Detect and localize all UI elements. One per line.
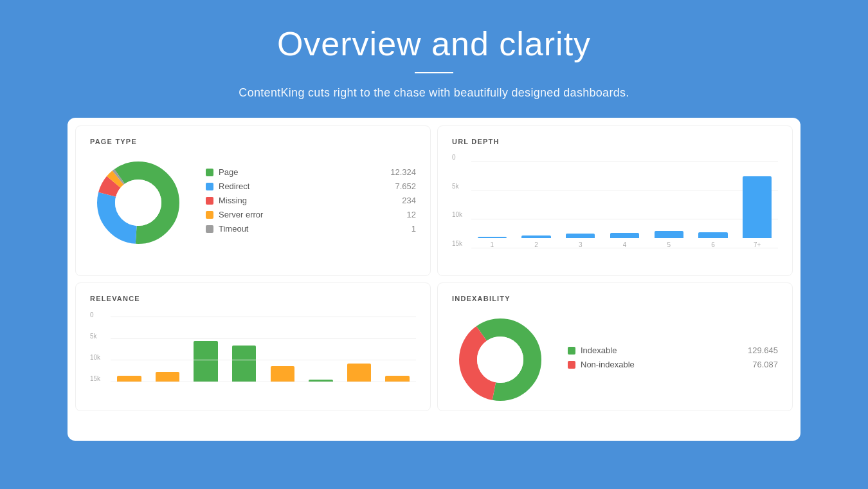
indexability-legend: Indexable 129.645 Non-indexable 76.087	[568, 346, 778, 374]
header-divider	[415, 72, 453, 73]
indexability-card: INDEXABILITY Indexable 129.645	[437, 282, 793, 411]
header-subtitle: ContentKing cuts right to the chase with…	[13, 86, 855, 100]
dashboard-container: PAGE TYPE	[68, 118, 800, 441]
legend-value-indexable: 129.645	[746, 346, 778, 355]
url-depth-bar	[478, 237, 507, 238]
url-depth-bar-col: 7+	[736, 176, 778, 248]
legend-dot-server-error	[206, 211, 213, 219]
legend-item-non-indexable: Non-indexable 76.087	[568, 360, 778, 369]
url-depth-bar-label: 6	[711, 241, 715, 248]
url-depth-bars: 1234567+	[471, 176, 778, 248]
legend-label-redirect: Redirect	[219, 181, 384, 191]
url-depth-chart: 15k 10k 5k 0 1234567+	[452, 154, 778, 264]
legend-label-indexable: Indexable	[581, 346, 746, 355]
legend-label-timeout: Timeout	[219, 224, 384, 234]
relevance-chart: 15k 10k 5k 0	[90, 311, 416, 395]
svg-point-5	[115, 180, 161, 226]
url-depth-bar	[743, 176, 772, 238]
legend-item-indexable: Indexable 129.645	[568, 346, 778, 355]
url-depth-bar-label: 4	[623, 241, 627, 248]
url-depth-bar	[566, 234, 595, 238]
legend-label-missing: Missing	[219, 196, 384, 205]
legend-label-server-error: Server error	[219, 210, 384, 219]
indexability-title: INDEXABILITY	[452, 295, 778, 302]
legend-value-server-error: 12	[384, 210, 416, 219]
legend-item-page: Page 12.324	[206, 167, 416, 177]
page-type-card: PAGE TYPE	[75, 125, 431, 276]
url-depth-bar	[521, 235, 550, 238]
relevance-bar-col	[226, 329, 263, 382]
url-depth-bar-label: 5	[667, 241, 671, 248]
url-depth-bar-col: 6	[692, 176, 734, 248]
relevance-card: RELEVANCE 15k 10k 5k 0	[75, 282, 431, 411]
url-depth-bar-label: 7+	[754, 241, 761, 248]
legend-item-redirect: Redirect 7.652	[206, 181, 416, 191]
legend-value-redirect: 7.652	[384, 181, 416, 191]
url-depth-bar-label: 3	[579, 241, 583, 248]
url-depth-bar-label: 1	[491, 241, 494, 248]
legend-label-non-indexable: Non-indexable	[581, 360, 746, 369]
url-depth-bar	[655, 231, 683, 238]
url-depth-y-labels: 15k 10k 5k 0	[452, 154, 462, 248]
url-depth-bar	[698, 232, 727, 238]
legend-dot-non-indexable	[568, 361, 575, 369]
legend-label-page: Page	[219, 167, 384, 177]
page-title: Overview and clarity	[13, 24, 855, 63]
legend-value-timeout: 1	[384, 224, 416, 234]
legend-dot-indexable	[568, 347, 575, 355]
legend-dot-page	[206, 169, 213, 176]
relevance-bar-col	[264, 329, 302, 382]
legend-dot-timeout	[206, 225, 213, 233]
legend-item-server-error: Server error 12	[206, 210, 416, 219]
url-depth-bar-col: 5	[648, 176, 690, 248]
indexability-donut	[452, 311, 548, 408]
page-type-title: PAGE TYPE	[90, 138, 416, 145]
url-depth-bar-col: 4	[604, 176, 646, 248]
relevance-bar	[385, 376, 409, 382]
url-depth-bar-col: 3	[559, 176, 601, 248]
legend-dot-redirect	[206, 183, 213, 190]
relevance-bar	[271, 366, 294, 382]
relevance-bar-col	[187, 329, 224, 382]
indexability-content: Indexable 129.645 Non-indexable 76.087	[452, 311, 778, 408]
url-depth-bar	[610, 233, 639, 238]
page-header: Overview and clarity ContentKing cuts ri…	[0, 0, 868, 118]
legend-item-missing: Missing 234	[206, 196, 416, 205]
page-type-content: Page 12.324 Redirect 7.652 Missing 234 S…	[90, 154, 416, 251]
legend-item-timeout: Timeout 1	[206, 224, 416, 234]
relevance-bar	[309, 380, 332, 382]
relevance-bar	[347, 364, 371, 382]
relevance-bar-col	[149, 329, 186, 382]
legend-value-non-indexable: 76.087	[746, 360, 778, 369]
url-depth-bar-col: 1	[471, 176, 513, 248]
page-type-donut	[90, 154, 186, 251]
url-depth-card: URL DEPTH 15k 10k 5k 0 1234567+	[437, 125, 793, 276]
legend-dot-missing	[206, 197, 213, 205]
legend-value-page: 12.324	[384, 167, 416, 177]
relevance-bar-col	[111, 329, 148, 382]
relevance-bar-col	[302, 329, 339, 382]
url-depth-bar-col: 2	[516, 176, 557, 248]
legend-value-missing: 234	[384, 196, 416, 205]
relevance-bar	[194, 341, 217, 382]
url-depth-title: URL DEPTH	[452, 138, 778, 145]
relevance-title: RELEVANCE	[90, 295, 416, 302]
relevance-bar-col	[341, 329, 378, 382]
relevance-bar	[117, 376, 141, 382]
relevance-bar-col	[379, 329, 416, 382]
relevance-bar	[232, 346, 256, 382]
url-depth-bar-label: 2	[534, 241, 538, 248]
svg-point-8	[477, 337, 523, 383]
relevance-bar	[156, 372, 179, 382]
relevance-bars	[111, 329, 416, 382]
relevance-y-labels: 15k 10k 5k 0	[90, 311, 100, 382]
page-type-legend: Page 12.324 Redirect 7.652 Missing 234 S…	[206, 167, 416, 238]
